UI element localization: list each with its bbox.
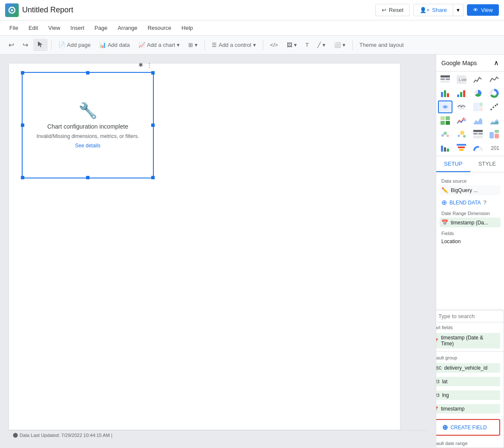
chart-type-pivot[interactable]: [471, 128, 485, 141]
field-lng-label: lng: [442, 392, 449, 398]
chart-type-stacked-area[interactable]: [487, 114, 501, 127]
menu-resource[interactable]: Resource: [143, 23, 176, 33]
add-data-button[interactable]: 📊 Add data: [96, 40, 133, 50]
reset-button[interactable]: ↩ Reset: [375, 4, 410, 16]
app-logo: [5, 3, 19, 17]
share-button[interactable]: 👤+ Share: [413, 4, 453, 16]
chart-type-scatter2[interactable]: [438, 128, 452, 141]
right-panel: Google Maps ∧ 1,168: [436, 55, 504, 448]
select-tool-button[interactable]: [33, 39, 48, 51]
text-button[interactable]: T: [302, 40, 312, 50]
field-item-lng[interactable]: 123 lng: [436, 388, 504, 402]
embed-button[interactable]: </>: [267, 40, 282, 50]
handle-bottom-left[interactable]: [21, 176, 24, 179]
handle-top[interactable]: [86, 71, 89, 75]
menu-help[interactable]: Help: [177, 23, 197, 33]
svg-rect-4: [441, 78, 445, 80]
handle-top-left[interactable]: [21, 71, 24, 75]
chart-type-google-maps[interactable]: [438, 101, 452, 113]
create-field-button[interactable]: ⊕ CREATE FIELD: [436, 419, 500, 436]
svg-rect-49: [459, 149, 464, 151]
tab-setup[interactable]: SETUP: [436, 156, 470, 172]
panel-tabs: SETUP STYLE: [436, 156, 504, 172]
chart-type-bar[interactable]: [438, 87, 452, 100]
chart-type-custom[interactable]: [487, 128, 501, 141]
svg-rect-41: [490, 132, 494, 138]
handle-top-right[interactable]: [151, 71, 155, 75]
menu-edit[interactable]: Edit: [24, 23, 42, 33]
field-item-timestamp[interactable]: 📅 timestamp: [436, 402, 504, 416]
undo-icon: ↩: [9, 41, 14, 49]
image-icon: 🖼: [287, 42, 292, 48]
field-search-input[interactable]: [438, 313, 504, 319]
handle-bottom-right[interactable]: [151, 176, 155, 179]
data-update-icon: ⬤: [13, 432, 18, 438]
date-range-value: timestamp (Da...: [451, 220, 488, 226]
image-button[interactable]: 🖼 ▾: [283, 40, 300, 50]
field-item-lat[interactable]: 123 lat: [436, 375, 504, 388]
menu-file[interactable]: File: [5, 23, 23, 33]
see-details-link[interactable]: See details: [75, 143, 100, 149]
shape-button[interactable]: ⬜ ▾: [331, 40, 349, 50]
chart-type-waterfall[interactable]: [438, 141, 452, 154]
chart-type-scatter[interactable]: [487, 101, 501, 113]
add-control-button[interactable]: ☰ Add a control ▾: [208, 40, 259, 50]
chart-type-line[interactable]: [487, 73, 501, 86]
chart-type-timeseries[interactable]: [471, 73, 485, 86]
field-item-delivery[interactable]: ABC delivery_vehicle_id: [436, 361, 504, 375]
date-range-row[interactable]: 📅 timestamp (Da...: [440, 218, 501, 227]
chart-type-gauge[interactable]: [471, 141, 485, 154]
menu-arrange[interactable]: Arrange: [113, 23, 141, 33]
layout-button[interactable]: ⊞ ▾: [185, 40, 201, 50]
chart-type-funnel[interactable]: [454, 141, 469, 154]
chart-type-scorecard[interactable]: 1,168: [454, 73, 469, 86]
chart-type-area-line[interactable]: [454, 114, 469, 127]
handle-bottom[interactable]: [86, 176, 89, 179]
svg-rect-45: [444, 147, 446, 152]
tab-style[interactable]: STYLE: [470, 156, 504, 172]
handle-right[interactable]: [151, 123, 155, 127]
chart-type-pie[interactable]: [471, 87, 485, 100]
menu-page[interactable]: Page: [90, 23, 112, 33]
add-page-button[interactable]: 📄 Add page: [55, 40, 94, 50]
panel-collapse-button[interactable]: ∧: [494, 59, 499, 67]
svg-point-23: [490, 109, 492, 110]
redo-button[interactable]: ↪: [19, 39, 32, 51]
add-chart-button[interactable]: 📈 Add a chart ▾: [135, 40, 184, 50]
svg-rect-43: [495, 134, 499, 138]
svg-point-32: [444, 132, 447, 135]
svg-rect-27: [441, 116, 445, 120]
chart-type-geo[interactable]: [454, 101, 469, 113]
chart-type-column[interactable]: [454, 87, 469, 100]
top-actions: ↩ Reset 👤+ Share ▾ 👁 View: [375, 4, 499, 16]
chart-config-title: Chart configuration incomplete: [47, 123, 128, 130]
menu-insert[interactable]: Insert: [66, 23, 89, 33]
calendar-icon: 📅: [441, 219, 448, 226]
chart-type-bubble[interactable]: [454, 128, 469, 141]
menu-view[interactable]: View: [44, 23, 64, 33]
widget-more-button[interactable]: ⋮: [146, 61, 153, 69]
panel-header: Google Maps ∧: [436, 55, 504, 72]
separator-1: [51, 40, 52, 50]
chart-type-other[interactable]: 201k: [487, 141, 501, 154]
create-field-plus-icon: ⊕: [442, 423, 448, 431]
theme-layout-button[interactable]: Theme and layout: [356, 40, 407, 50]
chart-type-table[interactable]: [438, 73, 452, 86]
chart-type-area[interactable]: [471, 114, 485, 127]
eye-icon: 👁: [473, 7, 478, 13]
widget-toolbar: ✱ ⋮: [138, 61, 153, 69]
chart-type-donut[interactable]: [487, 87, 501, 100]
chart-widget[interactable]: ✱ ⋮ 🔧 Chart configuration incomplete Inv…: [22, 72, 154, 178]
share-caret-button[interactable]: ▾: [453, 4, 464, 16]
blend-data-row[interactable]: ⊕ BLEND DATA ?: [440, 197, 501, 208]
view-button[interactable]: 👁 View: [467, 4, 499, 16]
chart-type-heatmap[interactable]: [438, 114, 452, 127]
undo-button[interactable]: ↩: [5, 39, 17, 51]
datasource-row[interactable]: ✏️ BigQuery ...: [440, 185, 501, 195]
layout-icon: ⊞: [188, 42, 193, 48]
chart-field-timestamp[interactable]: 📅 timestamp (Date & Time): [436, 331, 504, 350]
widget-pin-button[interactable]: ✱: [138, 61, 144, 69]
line-button[interactable]: ╱ ▾: [314, 40, 329, 50]
chart-type-treemap[interactable]: [471, 101, 485, 113]
handle-left[interactable]: [21, 123, 24, 127]
